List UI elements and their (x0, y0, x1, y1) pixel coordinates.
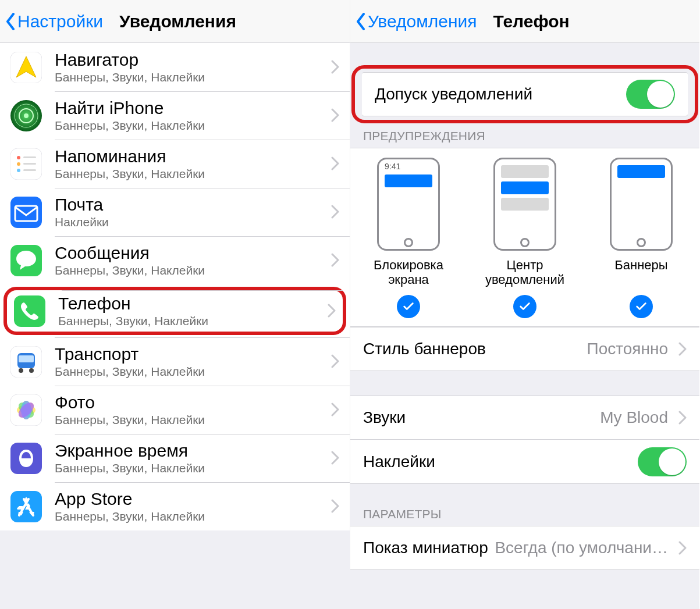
findiphone-icon (10, 100, 42, 131)
app-subtitle: Наклейки (55, 215, 326, 229)
app-subtitle: Баннеры, Звуки, Наклейки (55, 461, 326, 475)
app-subtitle: Баннеры, Звуки, Наклейки (55, 413, 326, 427)
app-subtitle: Баннеры, Звуки, Наклейки (55, 510, 326, 523)
appstore-icon (10, 491, 42, 522)
allow-notifications-label: Допуск уведомлений (375, 85, 532, 104)
app-name: Навигатор (55, 50, 326, 69)
app-subtitle: Баннеры, Звуки, Наклейки (55, 119, 326, 133)
chevron-right-icon (331, 447, 339, 469)
app-labels: ТранспортБаннеры, Звуки, Наклейки (55, 344, 326, 379)
app-labels: СообщенияБаннеры, Звуки, Наклейки (55, 243, 326, 277)
svg-rect-11 (23, 169, 36, 171)
app-row-navigator[interactable]: НавигаторБаннеры, Звуки, Наклейки (0, 43, 350, 91)
reminders-icon (10, 148, 42, 180)
app-subtitle: Баннеры, Звуки, Наклейки (55, 70, 326, 84)
app-row-photos[interactable]: ФотоБаннеры, Звуки, Наклейки (0, 386, 350, 434)
chevron-right-icon (331, 104, 339, 127)
preview-lock-screen[interactable]: 9:41 Блокировка экрана (359, 158, 458, 318)
navbar-right: Уведомления Телефон (350, 0, 699, 43)
app-row-appstore[interactable]: App StoreБаннеры, Звуки, Наклейки (0, 482, 350, 530)
params-section-header: ПАРАМЕТРЫ (350, 484, 699, 526)
chevron-left-icon (5, 12, 16, 31)
svg-point-6 (17, 156, 20, 159)
phone-icon (14, 295, 45, 327)
photos-icon (10, 394, 42, 426)
sounds-cell[interactable]: Звуки My Blood (350, 396, 699, 440)
phone-notifications-pane: Уведомления Телефон Допуск уведомлений П… (350, 0, 699, 609)
preview-lock-label: Блокировка экрана (359, 258, 458, 288)
preview-banner-label: Баннеры (614, 258, 667, 288)
app-name: Фото (55, 393, 326, 412)
sounds-value: My Blood (600, 408, 668, 427)
chevron-left-icon (355, 12, 367, 31)
badges-label: Наклейки (363, 453, 435, 471)
page-title: Уведомления (119, 12, 236, 31)
app-labels: ПочтаНаклейки (55, 195, 326, 229)
svg-rect-18 (19, 355, 34, 362)
notification-center-icon (493, 158, 556, 251)
app-row-phone[interactable]: ТелефонБаннеры, Звуки, Наклейки (3, 287, 346, 335)
chevron-right-icon (331, 350, 339, 373)
svg-point-20 (29, 368, 34, 373)
preview-banners[interactable]: Баннеры (592, 158, 691, 318)
badges-cell[interactable]: Наклейки (350, 440, 699, 484)
chevron-right-icon (331, 249, 339, 272)
notifications-list-pane: Настройки Уведомления НавигаторБаннеры, … (0, 0, 350, 609)
chevron-right-icon (331, 56, 339, 79)
chevron-right-icon (331, 495, 339, 518)
back-button-settings[interactable]: Настройки (5, 12, 103, 31)
app-row-messages[interactable]: СообщенияБаннеры, Звуки, Наклейки (0, 236, 350, 284)
app-labels: НапоминанияБаннеры, Звуки, Наклейки (55, 147, 326, 181)
chevron-right-icon (678, 537, 687, 560)
screentime-icon (10, 443, 42, 474)
svg-point-19 (19, 368, 23, 373)
list-content: НавигаторБаннеры, Звуки, НаклейкиНайти i… (0, 43, 350, 609)
allow-notifications-cell[interactable]: Допуск уведомлений (362, 72, 688, 116)
preview-notification-center[interactable]: Центр уведомлений (475, 158, 574, 318)
show-previews-cell[interactable]: Показ миниатюр Всегда (по умолчани… (350, 526, 699, 570)
svg-rect-29 (10, 491, 42, 522)
back-button-notifications[interactable]: Уведомления (355, 12, 477, 31)
badges-switch[interactable] (638, 447, 687, 476)
app-name: Почта (55, 195, 326, 214)
banner-style-value: Постоянно (587, 340, 668, 358)
app-labels: App StoreБаннеры, Звуки, Наклейки (55, 489, 326, 523)
messages-icon (10, 245, 42, 276)
app-row-screentime[interactable]: Экранное времяБаннеры, Звуки, Наклейки (0, 434, 350, 482)
svg-point-4 (24, 113, 29, 118)
navbar-left: Настройки Уведомления (0, 0, 350, 43)
allow-notifications-switch[interactable] (626, 80, 675, 109)
preview-center-check[interactable] (513, 295, 536, 318)
banner-style-cell[interactable]: Стиль баннеров Постоянно (350, 327, 699, 371)
app-name: Найти iPhone (55, 98, 326, 117)
alert-style-previews: 9:41 Блокировка экрана Центр уведомлений (350, 148, 699, 327)
app-subtitle: Баннеры, Звуки, Наклейки (55, 167, 326, 181)
transport-icon (10, 346, 42, 377)
show-previews-label: Показ миниатюр (363, 539, 488, 557)
chevron-right-icon (678, 407, 687, 429)
back-label: Настройки (17, 12, 103, 31)
preview-banner-check[interactable] (630, 295, 653, 318)
svg-rect-9 (23, 156, 36, 158)
page-title: Телефон (493, 12, 570, 31)
app-subtitle: Баннеры, Звуки, Наклейки (55, 365, 326, 379)
preview-lock-check[interactable] (397, 295, 420, 318)
app-subtitle: Баннеры, Звуки, Наклейки (58, 314, 323, 328)
app-row-reminders[interactable]: НапоминанияБаннеры, Звуки, Наклейки (0, 140, 350, 188)
banner-style-label: Стиль баннеров (363, 340, 486, 358)
app-name: Напоминания (55, 147, 326, 166)
app-row-findiphone[interactable]: Найти iPhoneБаннеры, Звуки, Наклейки (0, 91, 350, 140)
app-name: Сообщения (55, 243, 326, 262)
app-name: App Store (55, 489, 326, 508)
app-subtitle: Баннеры, Звуки, Наклейки (55, 263, 326, 277)
app-row-transport[interactable]: ТранспортБаннеры, Звуки, Наклейки (0, 337, 350, 386)
chevron-right-icon (331, 201, 339, 223)
chevron-right-icon (678, 338, 687, 361)
app-labels: ФотоБаннеры, Звуки, Наклейки (55, 393, 326, 427)
banner-icon (610, 158, 673, 251)
app-row-mail[interactable]: ПочтаНаклейки (0, 188, 350, 236)
back-label: Уведомления (368, 12, 477, 31)
show-previews-value: Всегда (по умолчани… (495, 539, 668, 557)
chevron-right-icon (331, 152, 339, 175)
app-labels: ТелефонБаннеры, Звуки, Наклейки (58, 294, 323, 328)
